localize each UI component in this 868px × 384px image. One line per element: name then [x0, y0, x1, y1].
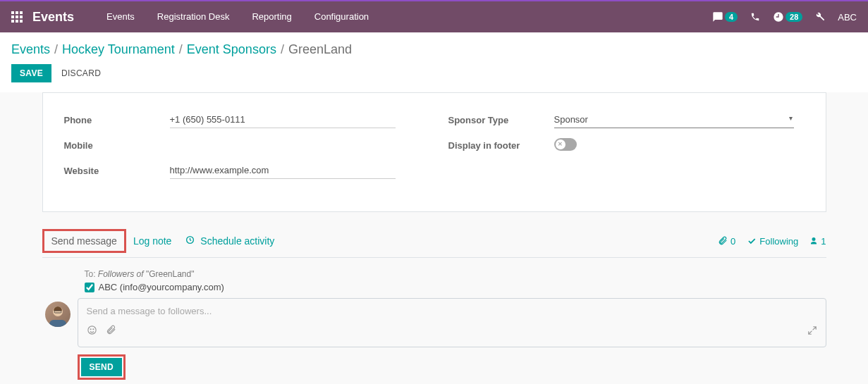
control-panel: Events / Hockey Tournament / Event Spons…: [0, 32, 868, 93]
svg-point-13: [87, 326, 95, 334]
website-input[interactable]: [170, 162, 396, 179]
top-navbar: Events Events Registration Desk Reportin…: [0, 0, 868, 32]
mobile-input[interactable]: [170, 137, 396, 154]
expand-icon[interactable]: [807, 326, 817, 335]
svg-point-14: [90, 329, 91, 330]
recipient-to-line: To: Followers of "GreenLand": [85, 269, 826, 279]
discard-button[interactable]: DISCARD: [59, 64, 104, 82]
svg-rect-2: [20, 11, 23, 14]
svg-rect-4: [16, 16, 18, 18]
attachments-button[interactable]: 0: [718, 236, 735, 247]
chatter: Send message Log note Schedule activity …: [42, 225, 826, 384]
crumb-event-sponsors[interactable]: Event Sponsors: [187, 42, 276, 57]
sponsor-type-select[interactable]: Sponsor: [554, 111, 794, 128]
website-label: Website: [64, 166, 170, 176]
activities-icon[interactable]: 28: [773, 11, 802, 23]
svg-rect-0: [11, 11, 14, 14]
tab-log-note[interactable]: Log note: [126, 231, 179, 251]
top-menu: Events Registration Desk Reporting Confi…: [95, 1, 380, 33]
form-sheet: Phone Mobile Website Sponsor Type Sponso…: [42, 92, 826, 212]
menu-item-configuration[interactable]: Configuration: [303, 1, 380, 33]
attachments-count: 0: [731, 236, 735, 247]
attach-icon[interactable]: [106, 325, 116, 335]
breadcrumb: Events / Hockey Tournament / Event Spons…: [11, 42, 857, 57]
apps-launcher-icon[interactable]: [11, 11, 23, 23]
menu-item-registration-desk[interactable]: Registration Desk: [146, 1, 241, 33]
messages-badge: 4: [725, 12, 738, 22]
user-avatar: [45, 302, 71, 327]
svg-rect-5: [20, 16, 23, 18]
emoji-icon[interactable]: [87, 325, 97, 335]
composer: To: Followers of "GreenLand" ABC (info@y…: [42, 258, 826, 384]
tab-schedule-activity[interactable]: Schedule activity: [178, 231, 281, 251]
debug-icon[interactable]: [815, 12, 825, 22]
activities-badge: 28: [786, 12, 802, 22]
save-button[interactable]: SAVE: [11, 64, 51, 82]
user-menu[interactable]: ABC: [838, 12, 857, 23]
app-brand[interactable]: Events: [32, 10, 74, 25]
recipient-name: ABC (info@yourcompany.com): [99, 282, 224, 292]
followers-count: 1: [821, 236, 826, 247]
phone-label: Phone: [64, 115, 170, 125]
followers-button[interactable]: 1: [809, 236, 826, 247]
sponsor-type-label: Sponsor Type: [448, 115, 554, 125]
crumb-hockey-tournament[interactable]: Hockey Tournament: [62, 42, 175, 57]
systray: 4 28 ABC: [712, 11, 857, 23]
crumb-current: GreenLand: [288, 42, 352, 57]
svg-rect-1: [16, 11, 18, 14]
svg-point-15: [92, 329, 93, 330]
svg-rect-8: [20, 20, 23, 23]
message-input[interactable]: [87, 306, 817, 316]
send-button[interactable]: SEND: [81, 358, 123, 376]
phone-icon[interactable]: [750, 12, 760, 22]
recipient-checkbox[interactable]: [85, 283, 94, 292]
svg-rect-6: [11, 20, 14, 23]
display-footer-label: Display in footer: [448, 140, 554, 151]
clock-icon: [185, 235, 197, 247]
message-box: [78, 298, 826, 347]
svg-rect-11: [49, 320, 66, 327]
svg-rect-3: [11, 16, 14, 18]
display-footer-toggle[interactable]: [554, 138, 577, 151]
phone-input[interactable]: [170, 111, 396, 128]
menu-item-reporting[interactable]: Reporting: [240, 1, 302, 33]
menu-item-events[interactable]: Events: [95, 1, 146, 33]
messages-icon[interactable]: 4: [712, 11, 738, 23]
following-button[interactable]: Following: [747, 236, 798, 247]
chatter-tabs: Send message Log note Schedule activity …: [42, 225, 826, 258]
following-label: Following: [759, 236, 798, 247]
tab-send-message[interactable]: Send message: [42, 229, 126, 253]
crumb-events[interactable]: Events: [11, 42, 50, 57]
mobile-label: Mobile: [64, 140, 170, 151]
tab-schedule-activity-label: Schedule activity: [200, 235, 274, 247]
svg-rect-7: [16, 20, 18, 23]
